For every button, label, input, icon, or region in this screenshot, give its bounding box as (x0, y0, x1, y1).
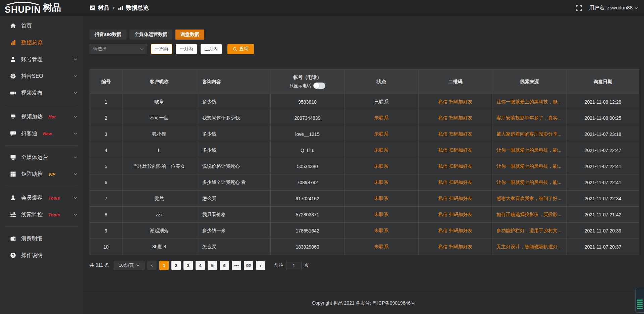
range-button-一周内[interactable]: 一周内 (151, 44, 172, 54)
scan-add-friend-link[interactable]: 扫码加好友 (449, 99, 472, 104)
private-message-link[interactable]: 私信 (438, 147, 448, 153)
chevron-down-icon (74, 133, 77, 135)
goto-page-input[interactable] (286, 261, 302, 270)
scan-add-friend-link[interactable]: 扫码加好友 (449, 196, 472, 201)
col-date: 询盘日期 (567, 70, 639, 94)
sidebar-item-会员爆客[interactable]: 会员爆客Tools (0, 190, 83, 206)
footer: Copyright 树品 2021 备案号: 粤ICP备09019646号 (83, 292, 644, 314)
tab-抖音seo数据[interactable]: 抖音seo数据 (90, 30, 126, 40)
private-message-link[interactable]: 私信 (438, 163, 448, 169)
scan-add-friend-link[interactable]: 扫码加好友 (449, 115, 472, 120)
sidebar-item-全媒体运营[interactable]: 全媒体运营 (0, 149, 83, 166)
scan-add-friend-link[interactable]: 扫码加好友 (449, 212, 472, 217)
private-message-link[interactable]: 私信 (438, 131, 448, 137)
row-source-link[interactable]: 被大家追着问的客厅投影分享... (492, 126, 567, 142)
page-button-2[interactable]: 2 (171, 261, 181, 270)
table-row: 4L多少钱Q_Liu.未联系私信 扫码加好友让你一眼就爱上的黑科技，能...20… (90, 142, 639, 158)
scan-add-friend-link[interactable]: 扫码加好友 (449, 147, 472, 153)
user-menu[interactable]: 用户名: zswodun88 (589, 5, 638, 11)
fullscreen-icon[interactable] (576, 5, 582, 11)
page-button-1[interactable]: 1 (159, 261, 169, 270)
row-source-link[interactable]: 客厅安装投影半年多了，真实... (492, 110, 567, 126)
phone-only-toggle[interactable] (313, 83, 325, 89)
next-page-button[interactable]: › (256, 261, 265, 270)
scan-add-friend-link[interactable]: 扫码加好友 (449, 131, 472, 137)
sidebar-item-label: 全媒体运营 (21, 154, 48, 161)
row-nickname: 啵章 (122, 94, 196, 110)
private-message-link[interactable]: 私信 (438, 212, 448, 217)
table-row: 3狐小狸多少钱love__1215未联系私信 扫码加好友被大家追着问的客厅投影分… (90, 126, 639, 142)
row-qrcode: 私信 扫码加好友 (419, 110, 492, 126)
row-status: 未联系 (344, 142, 419, 158)
row-source-link[interactable]: 多功能护栏灯，适用于乡村文... (492, 223, 567, 239)
data-tabs: 抖音seo数据全媒体运营数据询盘数据 (90, 30, 639, 40)
sidebar-item-抖音SEO[interactable]: 抖音SEO (0, 68, 83, 85)
query-button[interactable]: 查询 (227, 44, 254, 54)
page-ellipsis[interactable]: ••• (232, 261, 241, 270)
row-nickname: 当地比较能吃的一位美女 (122, 158, 196, 174)
account-select[interactable]: 请选择 (90, 44, 147, 54)
sidebar-item-视频加热[interactable]: 视频加热Hot (0, 108, 83, 125)
row-account: love__1215 (271, 126, 344, 142)
row-source-link[interactable]: 如何正确选择投影仪，买投影... (492, 207, 567, 223)
chevron-down-icon (74, 75, 77, 77)
row-nickname: 不可一世 (122, 110, 196, 126)
private-message-link[interactable]: 私信 (438, 228, 448, 233)
tab-全媒体运营数据[interactable]: 全媒体运营数据 (129, 30, 172, 40)
private-message-link[interactable]: 私信 (438, 99, 448, 104)
page-button-3[interactable]: 3 (183, 261, 193, 270)
logo-text-cn: 树品 (43, 3, 61, 12)
sidebar-item-视频发布[interactable]: 视频发布 (0, 85, 83, 101)
row-source-link[interactable]: 让你一眼就爱上的黑科技，能... (492, 142, 567, 158)
scan-add-friend-link[interactable]: 扫码加好友 (449, 163, 472, 169)
range-button-一月内[interactable]: 一月内 (176, 44, 197, 54)
scan-add-friend-link[interactable]: 扫码加好友 (449, 179, 472, 185)
sidebar-item-消费明细[interactable]: 消费明细 (0, 230, 83, 247)
page-button-5[interactable]: 5 (208, 261, 217, 270)
sidebar-item-抖客通[interactable]: 抖客通New (0, 125, 83, 142)
inquiry-table: 编号 客户昵称 咨询内容 帐号（电话） 只显示电话 状态 二维码 线索来源 询盘… (90, 69, 639, 255)
sidebar-item-操作说明[interactable]: ?操作说明 (0, 247, 83, 264)
sidebar-item-账号管理[interactable]: 账号管理 (0, 51, 83, 68)
page-button-4[interactable]: 4 (196, 261, 205, 270)
page-button-92[interactable]: 92 (244, 261, 253, 270)
row-source-link[interactable]: 让你一眼就爱上的黑科技，能... (492, 158, 567, 174)
scan-add-friend-link[interactable]: 扫码加好友 (449, 228, 472, 233)
bar-chart-icon (118, 5, 123, 10)
row-content: 多少钱 (196, 126, 271, 142)
range-button-三月内[interactable]: 三月内 (201, 44, 222, 54)
bar-chart-icon (10, 40, 16, 46)
row-qrcode: 私信 扫码加好友 (419, 191, 492, 207)
prev-page-button[interactable]: ‹ (147, 261, 157, 270)
private-message-link[interactable]: 私信 (438, 115, 448, 120)
private-message-link[interactable]: 私信 (438, 179, 448, 185)
row-qrcode: 私信 扫码加好友 (419, 223, 492, 239)
row-source-link[interactable]: 无主灯设计，智能磁吸轨道灯... (492, 239, 567, 255)
row-date: 2021-11-07 22:41 (567, 174, 639, 191)
sidebar: 首页数据总览账号管理抖音SEO视频发布视频加热Hot抖客通New全媒体运营矩阵助… (0, 16, 83, 314)
table-row: 8zzz我只看价格572803371未联系私信 扫码加好友如何正确选择投影仪，买… (90, 207, 639, 223)
scan-add-friend-link[interactable]: 扫码加好友 (449, 244, 472, 249)
sidebar-item-矩阵助推[interactable]: 矩阵助推VIP (0, 166, 83, 182)
sidebar-item-线索监控[interactable]: 线索监控Tools (0, 206, 83, 223)
row-status: 已联系 (344, 94, 419, 110)
row-source-link[interactable]: 让你一眼就爱上的黑科技，能... (492, 174, 567, 191)
page-size-select[interactable]: 10条/页 (114, 261, 145, 270)
tab-询盘数据[interactable]: 询盘数据 (175, 30, 204, 40)
row-source-link[interactable]: 让你一眼就爱上的黑科技，能... (492, 94, 567, 110)
breadcrumb-root[interactable]: 树品 (98, 4, 109, 12)
row-date: 2021-11-07 21:42 (567, 207, 639, 223)
private-message-link[interactable]: 私信 (438, 196, 448, 201)
sidebar-item-badge: Tools (48, 212, 60, 217)
page-button-6[interactable]: 6 (220, 261, 229, 270)
edge-widget[interactable] (635, 288, 644, 313)
private-message-link[interactable]: 私信 (438, 244, 448, 249)
sidebar-item-首页[interactable]: 首页 (0, 17, 83, 34)
row-date: 2021-11-08 12:28 (567, 94, 639, 110)
app-logo: SHUPIN 树品 (0, 0, 83, 16)
chevron-down-icon (74, 58, 77, 60)
select-placeholder: 请选择 (93, 46, 106, 52)
wallet-icon (10, 235, 16, 242)
sidebar-item-数据总览[interactable]: 数据总览 (0, 34, 83, 51)
row-source-link[interactable]: 感谢大家喜欢我家，被问了好... (492, 191, 567, 207)
